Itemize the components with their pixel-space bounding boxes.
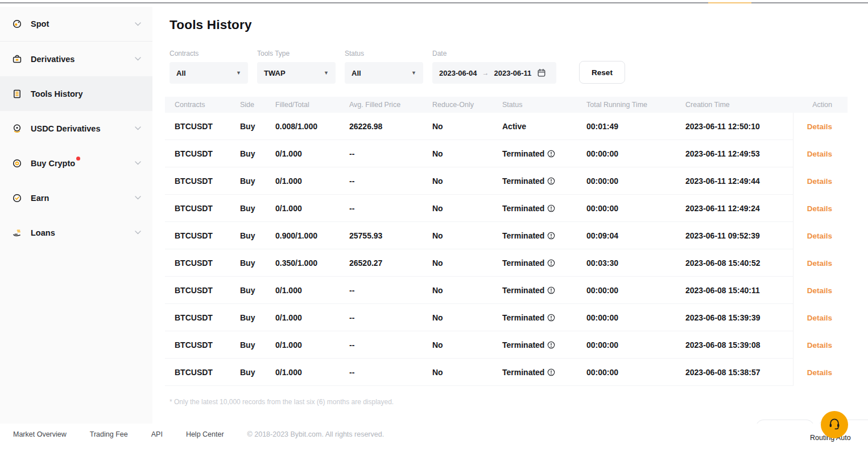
chevron-down-icon (135, 231, 141, 235)
cell-action: Details (793, 167, 848, 195)
cell-action: Details (793, 304, 848, 331)
date-range-picker[interactable]: 2023-06-04 → 2023-06-11 (432, 62, 556, 84)
cell-total-running-time: 00:00:00 (586, 313, 685, 322)
chevron-down-icon (135, 161, 141, 165)
footer-link-market-overview[interactable]: Market Overview (13, 430, 67, 438)
sidebar-item-spot[interactable]: Spot (0, 7, 152, 42)
table-header-row: ContractsSideFilled/TotalAvg. Filled Pri… (165, 97, 848, 113)
table-row: BTCUSDTBuy0.008/1.00026226.98NoActive00:… (165, 113, 848, 140)
sidebar-item-buy-crypto[interactable]: Buy Crypto (0, 146, 152, 180)
cell-avg-filled-price: -- (349, 286, 432, 295)
reset-button[interactable]: Reset (579, 61, 625, 84)
status-select[interactable]: All ▼ (345, 62, 423, 84)
cell-total-running-time: 00:00:00 (586, 368, 685, 377)
cell-reduce-only: No (432, 258, 502, 268)
details-link[interactable]: Details (807, 150, 832, 158)
terminated-info-icon[interactable] (547, 368, 555, 376)
footer-link-help-center[interactable]: Help Center (186, 430, 224, 438)
cell-reduce-only: No (432, 313, 502, 322)
table-row: BTCUSDTBuy0/1.000--NoTerminated00:00:002… (165, 195, 848, 222)
cell-avg-filled-price: -- (349, 204, 432, 213)
cell-status: Terminated (502, 286, 586, 295)
table-row: BTCUSDTBuy0/1.000--NoTerminated00:00:002… (165, 331, 848, 359)
cell-filled-total: 0/1.000 (275, 313, 349, 322)
sidebar-item-usdc-derivatives[interactable]: USDC Derivatives (0, 111, 152, 146)
contracts-select[interactable]: All ▼ (170, 62, 248, 84)
details-link[interactable]: Details (807, 232, 832, 240)
terminated-info-icon[interactable] (547, 314, 555, 322)
details-link[interactable]: Details (807, 341, 832, 350)
cell-avg-filled-price: -- (349, 149, 432, 158)
cell-status: Active (502, 122, 586, 131)
cell-contracts: BTCUSDT (165, 204, 240, 213)
cell-filled-total: 0.900/1.000 (275, 231, 349, 240)
terminated-info-icon[interactable] (547, 286, 555, 294)
sidebar-item-label: Tools History (31, 89, 83, 98)
cell-side: Buy (240, 368, 275, 377)
column-header-total-running-time: Total Running Time (586, 101, 685, 109)
top-progress-bar (0, 2, 868, 3)
terminated-info-icon[interactable] (547, 259, 555, 267)
terminated-info-icon[interactable] (547, 177, 555, 185)
cell-action: Details (793, 331, 848, 359)
cell-reduce-only: No (432, 340, 502, 350)
cell-creation-time: 2023-06-08 15:40:11 (685, 286, 793, 295)
loans-icon (12, 228, 22, 238)
cell-total-running-time: 00:00:00 (586, 286, 685, 295)
tools-type-select[interactable]: TWAP ▼ (257, 62, 336, 84)
cell-contracts: BTCUSDT (165, 258, 240, 268)
details-link[interactable]: Details (807, 286, 832, 295)
details-link[interactable]: Details (807, 204, 832, 213)
filters-bar: Contracts All ▼ Tools Type TWAP ▼ Status… (170, 50, 625, 84)
cell-action: Details (793, 113, 848, 140)
sidebar-item-earn[interactable]: Earn (0, 180, 152, 215)
terminated-info-icon[interactable] (547, 204, 555, 212)
status-filter-label: Status (345, 50, 423, 57)
details-link[interactable]: Details (807, 122, 832, 131)
details-link[interactable]: Details (807, 177, 832, 186)
cell-total-running-time: 00:00:00 (586, 204, 685, 213)
date-filter-label: Date (432, 50, 556, 57)
cell-side: Buy (240, 258, 275, 268)
buy-crypto-icon (12, 158, 22, 169)
notification-dot (76, 157, 80, 161)
support-chat-button[interactable] (821, 411, 848, 438)
sidebar-item-tools-history[interactable]: Tools History (0, 76, 152, 111)
cell-filled-total: 0/1.000 (275, 176, 349, 186)
date-end-value: 2023-06-11 (494, 69, 532, 77)
cell-creation-time: 2023-06-11 12:49:44 (685, 176, 793, 186)
terminated-info-icon[interactable] (547, 150, 555, 158)
table-row: BTCUSDTBuy0.350/1.00026520.27NoTerminate… (165, 249, 848, 277)
chevron-down-icon (135, 196, 141, 200)
terminated-info-icon[interactable] (547, 341, 555, 349)
cell-side: Buy (240, 176, 275, 186)
cell-side: Buy (240, 313, 275, 322)
sidebar-item-label: Buy Crypto (31, 159, 75, 168)
tools-type-filter-label: Tools Type (257, 50, 336, 57)
cell-status: Terminated (502, 313, 586, 322)
cell-filled-total: 0/1.000 (275, 368, 349, 377)
status-text: Terminated (502, 340, 544, 350)
footer-link-api[interactable]: API (151, 430, 163, 438)
cell-contracts: BTCUSDT (165, 313, 240, 322)
cell-reduce-only: No (432, 231, 502, 240)
chevron-down-icon (135, 57, 141, 61)
sidebar-item-label: Earn (31, 194, 49, 203)
cell-creation-time: 2023-06-11 12:49:24 (685, 204, 793, 213)
cell-total-running-time: 00:09:04 (586, 231, 685, 240)
sidebar-item-derivatives[interactable]: Derivatives (0, 42, 152, 76)
column-header-action: Action (793, 101, 848, 109)
cell-action: Details (793, 277, 848, 304)
terminated-info-icon[interactable] (547, 232, 555, 240)
sidebar-item-loans[interactable]: Loans (0, 215, 152, 250)
details-link[interactable]: Details (807, 259, 832, 268)
details-link[interactable]: Details (807, 314, 832, 322)
cell-reduce-only: No (432, 286, 502, 295)
footer-link-trading-fee[interactable]: Trading Fee (90, 430, 128, 438)
cell-side: Buy (240, 204, 275, 213)
cell-creation-time: 2023-06-11 12:49:53 (685, 149, 793, 158)
cell-contracts: BTCUSDT (165, 122, 240, 131)
details-link[interactable]: Details (807, 368, 832, 377)
cell-side: Buy (240, 231, 275, 240)
status-text: Terminated (502, 258, 544, 268)
